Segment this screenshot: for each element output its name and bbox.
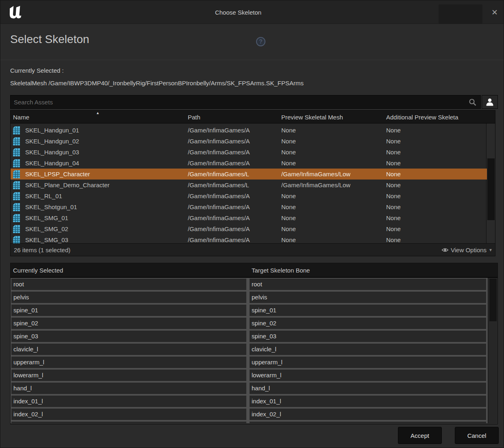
table-row[interactable]: SKEL_Handgun_04 /Game/InfimaGames/A None… xyxy=(11,158,487,169)
skeleton-asset-icon xyxy=(13,203,20,211)
bone-source: index_03_l xyxy=(11,422,246,423)
asset-additional-preview: None xyxy=(386,127,487,134)
skeleton-asset-icon xyxy=(13,159,20,167)
person-icon xyxy=(486,98,494,106)
bone-column-header-target-skeleton: Target Skeleton Bone xyxy=(252,267,310,274)
bone-row: clavicle_l clavicle_l xyxy=(11,344,486,355)
table-row[interactable]: SKEL_Handgun_02 /Game/InfimaGames/A None… xyxy=(11,136,487,147)
asset-preview-mesh: None xyxy=(281,127,386,134)
chevron-down-icon: ▼ xyxy=(489,248,493,252)
asset-name: SKEL_Handgun_02 xyxy=(25,138,188,145)
asset-filter-button[interactable] xyxy=(482,95,498,109)
bone-row: upperarm_l upperarm_l xyxy=(11,357,486,368)
table-row[interactable]: SKEL_SMG_03 /Game/InfimaGames/A None Non… xyxy=(11,234,487,243)
view-options-button[interactable]: View Options ▼ xyxy=(441,247,493,253)
table-row[interactable]: SKEL_RL_01 /Game/InfimaGames/A None None xyxy=(11,190,487,201)
column-header-path[interactable]: Path xyxy=(185,114,279,123)
asset-additional-preview: None xyxy=(386,182,487,188)
window-titlebar: Choose Skeleton ✕ xyxy=(0,0,504,24)
asset-preview-mesh: None xyxy=(281,203,386,210)
page-title: Select Skeleton xyxy=(10,33,89,46)
table-row[interactable]: SKEL_LPSP_Character /Game/InfimaGames/L … xyxy=(11,169,487,180)
bone-row: spine_02 spine_02 xyxy=(11,318,486,329)
bone-target: upperarm_l xyxy=(250,357,486,368)
bone-source: root xyxy=(11,279,246,290)
asset-name: SKEL_LPSP_Character xyxy=(25,171,188,177)
asset-preview-mesh: None xyxy=(281,236,386,243)
asset-path: /Game/InfimaGames/A xyxy=(188,214,281,221)
table-row[interactable]: SKEL_Plane_Demo_Character /Game/InfimaGa… xyxy=(11,180,487,190)
bone-source: index_01_l xyxy=(11,396,246,407)
bone-source: upperarm_l xyxy=(11,357,246,368)
table-row[interactable]: SKEL_SMG_02 /Game/InfimaGames/A None Non… xyxy=(11,223,487,234)
asset-scrollbar-thumb[interactable] xyxy=(487,158,495,220)
skeleton-asset-icon xyxy=(13,137,20,145)
skeleton-asset-icon xyxy=(13,148,20,156)
help-icon[interactable]: ? xyxy=(256,37,265,46)
bone-source: spine_02 xyxy=(11,318,246,329)
asset-path: /Game/InfimaGames/A xyxy=(188,193,281,199)
asset-preview-mesh: None xyxy=(281,149,386,156)
asset-additional-preview: None xyxy=(386,236,487,243)
currently-selected-path: SkeletalMesh /Game/IBWP3DMP40/_Ironbelly… xyxy=(10,80,304,87)
bone-table-body: root root pelvis pelvis spine_01 spine_0… xyxy=(11,278,497,423)
bone-row: index_03_l index_03_l xyxy=(11,422,486,423)
bone-row: spine_03 spine_03 xyxy=(11,331,486,342)
asset-path: /Game/InfimaGames/A xyxy=(188,138,281,145)
column-header-preview-skeletal-mesh[interactable]: Preview Skeletal Mesh xyxy=(279,114,384,123)
asset-additional-preview: None xyxy=(386,203,487,210)
skeleton-asset-icon xyxy=(13,192,20,200)
asset-name: SKEL_Handgun_04 xyxy=(25,160,188,167)
asset-additional-preview: None xyxy=(386,149,487,156)
asset-name: SKEL_Handgun_03 xyxy=(25,149,188,156)
asset-additional-preview: None xyxy=(386,138,487,145)
search-box xyxy=(10,95,481,109)
cancel-button[interactable]: Cancel xyxy=(455,427,499,444)
close-icon[interactable]: ✕ xyxy=(489,7,500,18)
table-row[interactable]: SKEL_Handgun_01 /Game/InfimaGames/A None… xyxy=(11,125,487,136)
bone-row: spine_01 spine_01 xyxy=(11,305,486,316)
column-header-additional-preview[interactable]: Additional Preview Skeleta xyxy=(384,114,495,123)
column-header-name[interactable]: Name xyxy=(11,114,185,123)
bone-mapping-table: Currently Selected Target Skeleton Bone … xyxy=(10,263,498,424)
bone-row: lowerarm_l lowerarm_l xyxy=(11,370,486,381)
bone-source: pelvis xyxy=(11,292,246,303)
bone-scrollbar-thumb[interactable] xyxy=(489,279,497,321)
search-input[interactable] xyxy=(14,95,461,108)
skeleton-asset-icon xyxy=(13,181,20,189)
view-options-label: View Options xyxy=(451,247,487,253)
bone-target: spine_02 xyxy=(250,318,486,329)
bone-source: lowerarm_l xyxy=(11,370,246,381)
bone-source: clavicle_l xyxy=(11,344,246,355)
asset-scrollbar-track[interactable] xyxy=(486,123,495,243)
table-row[interactable]: SKEL_SMG_01 /Game/InfimaGames/A None Non… xyxy=(11,212,487,223)
asset-additional-preview: None xyxy=(386,193,487,199)
window-title: Choose Skeleton xyxy=(215,9,261,16)
asset-name: SKEL_RL_01 xyxy=(25,193,188,199)
bone-target: root xyxy=(250,279,486,290)
asset-path: /Game/InfimaGames/A xyxy=(188,160,281,167)
skeleton-asset-icon xyxy=(13,236,20,244)
accept-button[interactable]: Accept xyxy=(398,427,442,444)
asset-path: /Game/InfimaGames/A xyxy=(188,149,281,156)
bone-column-header-currently-selected: Currently Selected xyxy=(13,267,63,274)
asset-name: SKEL_SMG_02 xyxy=(25,225,188,232)
bone-target: hand_l xyxy=(250,383,486,394)
asset-table-footer: 26 items (1 selected) View Options ▼ xyxy=(11,243,495,256)
search-icon xyxy=(468,98,477,107)
asset-name: SKEL_Shotgun_01 xyxy=(25,203,188,210)
bone-scrollbar-track[interactable] xyxy=(488,278,497,423)
bone-target: index_01_l xyxy=(250,396,486,407)
bone-target: pelvis xyxy=(250,292,486,303)
asset-path: /Game/InfimaGames/A xyxy=(188,127,281,134)
bone-source: index_02_l xyxy=(11,409,246,420)
asset-name: SKEL_Handgun_01 xyxy=(25,127,188,134)
bone-row: hand_l hand_l xyxy=(11,383,486,394)
asset-path: /Game/InfimaGames/L xyxy=(188,182,281,188)
skeleton-asset-icon xyxy=(13,126,20,134)
bone-source: spine_03 xyxy=(11,331,246,342)
skeleton-asset-icon xyxy=(13,225,20,233)
table-row[interactable]: SKEL_Shotgun_01 /Game/InfimaGames/A None… xyxy=(11,201,487,212)
asset-preview-mesh: None xyxy=(281,225,386,232)
table-row[interactable]: SKEL_Handgun_03 /Game/InfimaGames/A None… xyxy=(11,147,487,158)
